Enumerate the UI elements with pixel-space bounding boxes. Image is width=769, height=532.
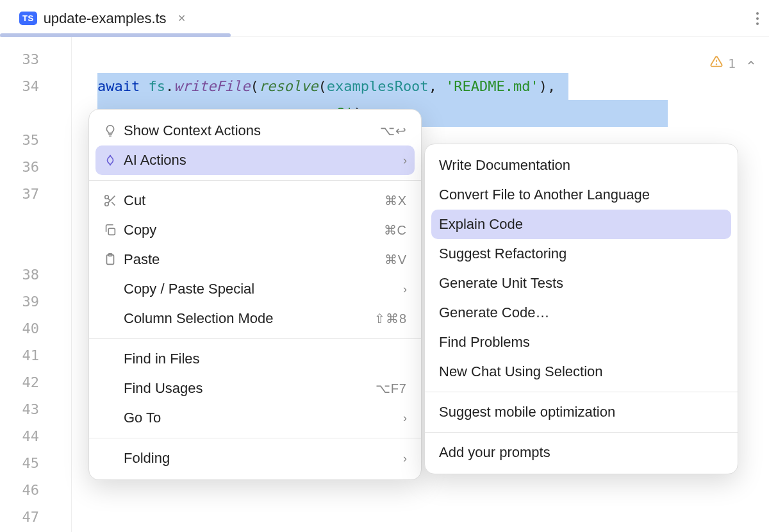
- menu-label: Show Context Actions: [124, 122, 380, 139]
- bulb-icon: [103, 124, 124, 138]
- menu-label: Generate Unit Tests: [439, 275, 724, 292]
- tab-bar: TS update-examples.ts ×: [0, 0, 769, 37]
- menu-separator: [89, 180, 421, 181]
- more-icon[interactable]: [751, 7, 764, 30]
- menu-label: Folding: [124, 450, 403, 467]
- line-number: 35: [0, 127, 71, 154]
- svg-point-1: [716, 64, 717, 65]
- line-number: 39: [0, 288, 71, 315]
- line-number: [0, 100, 71, 127]
- shortcut: ⌘C: [384, 222, 407, 238]
- line-number: 34: [0, 73, 71, 100]
- shortcut: ⌥F7: [376, 381, 407, 396]
- warning-icon: [710, 50, 723, 77]
- svg-point-3: [105, 203, 109, 206]
- menu-paste[interactable]: Paste ⌘V: [89, 245, 421, 274]
- line-number: 46: [0, 477, 71, 504]
- menu-column-selection[interactable]: Column Selection Mode ⇧⌘8: [89, 304, 421, 333]
- chevron-right-icon: ›: [403, 154, 407, 167]
- menu-label: Suggest Refactoring: [439, 245, 724, 262]
- gutter: 33 34 35 36 37 38 39 40 41 42 43 44 45 4…: [0, 37, 72, 532]
- submenu-write-documentation[interactable]: Write Documentation: [425, 151, 738, 180]
- menu-separator: [89, 438, 421, 438]
- ai-actions-submenu: Write Documentation Convert File to Anot…: [424, 144, 738, 474]
- menu-label: Copy / Paste Special: [124, 281, 403, 297]
- menu-find-in-files[interactable]: Find in Files: [89, 344, 421, 374]
- menu-label: Cut: [124, 192, 384, 209]
- warning-count: 1: [728, 50, 736, 77]
- chevron-right-icon: ›: [403, 411, 407, 425]
- shortcut: ⌘V: [384, 252, 407, 267]
- menu-label: Generate Code…: [439, 304, 724, 321]
- scissors-icon: [103, 194, 124, 208]
- submenu-new-chat[interactable]: New Chat Using Selection: [425, 357, 738, 387]
- submenu-suggest-refactoring[interactable]: Suggest Refactoring: [425, 239, 738, 269]
- submenu-generate-unit-tests[interactable]: Generate Unit Tests: [425, 269, 738, 298]
- copy-icon: [103, 223, 124, 237]
- menu-folding[interactable]: Folding ›: [89, 444, 421, 473]
- menu-show-context-actions[interactable]: Show Context Actions ⌥↩: [89, 116, 421, 145]
- menu-label: Convert File to Another Language: [439, 187, 724, 203]
- line-number: 45: [0, 450, 71, 477]
- submenu-convert-file[interactable]: Convert File to Another Language: [425, 180, 738, 210]
- line-number: 44: [0, 423, 71, 450]
- shortcut: ⇧⌘8: [374, 311, 407, 326]
- line-number: 37: [0, 181, 71, 262]
- ai-icon: [103, 153, 124, 167]
- close-icon[interactable]: ×: [178, 11, 186, 26]
- menu-go-to[interactable]: Go To ›: [89, 403, 421, 433]
- chevron-right-icon: ›: [403, 283, 407, 296]
- menu-separator: [89, 338, 421, 339]
- line-number: 38: [0, 262, 71, 288]
- menu-label: Add your prompts: [439, 444, 724, 461]
- menu-label: Find in Files: [124, 351, 407, 367]
- line-number: 36: [0, 154, 71, 181]
- code-line: await fs.writeFile(resolve(examplesRoot,…: [97, 73, 568, 100]
- menu-cut[interactable]: Cut ⌘X: [89, 186, 421, 215]
- menu-separator: [425, 432, 738, 433]
- file-type-badge: TS: [19, 12, 37, 25]
- tab-filename: update-examples.ts: [44, 10, 167, 27]
- menu-copy-paste-special[interactable]: Copy / Paste Special ›: [89, 274, 421, 304]
- submenu-mobile-optimization[interactable]: Suggest mobile optimization: [425, 397, 738, 427]
- line-number: 47: [0, 504, 71, 531]
- menu-label: New Chat Using Selection: [439, 363, 724, 380]
- chevron-up-icon[interactable]: [746, 50, 756, 77]
- svg-point-2: [105, 195, 109, 199]
- menu-label: Copy: [124, 222, 384, 238]
- menu-separator: [425, 392, 738, 392]
- line-number: 41: [0, 342, 71, 369]
- menu-label: Column Selection Mode: [124, 310, 374, 327]
- line-number: 40: [0, 315, 71, 342]
- file-tab[interactable]: TS update-examples.ts ×: [8, 0, 197, 37]
- menu-label: Suggest mobile optimization: [439, 404, 724, 420]
- clipboard-icon: [103, 253, 124, 267]
- menu-ai-actions[interactable]: AI Actions ›: [95, 145, 415, 175]
- submenu-add-prompts[interactable]: Add your prompts: [425, 438, 738, 467]
- submenu-find-problems[interactable]: Find Problems: [425, 328, 738, 357]
- menu-copy[interactable]: Copy ⌘C: [89, 215, 421, 245]
- submenu-generate-code[interactable]: Generate Code…: [425, 298, 738, 328]
- svg-rect-7: [108, 228, 115, 235]
- menu-label: Paste: [124, 251, 384, 268]
- line-number: 33: [0, 46, 71, 73]
- chevron-right-icon: ›: [403, 452, 407, 465]
- menu-label: Find Problems: [439, 334, 724, 351]
- line-number: 43: [0, 396, 71, 423]
- menu-label: AI Actions: [124, 152, 403, 169]
- svg-line-5: [112, 202, 115, 205]
- menu-label: Explain Code: [439, 216, 724, 233]
- menu-label: Go To: [124, 410, 403, 426]
- context-menu: Show Context Actions ⌥↩ AI Actions › Cut…: [88, 109, 422, 480]
- menu-label: Write Documentation: [439, 157, 724, 174]
- shortcut: ⌘X: [384, 193, 407, 208]
- menu-find-usages[interactable]: Find Usages ⌥F7: [89, 374, 421, 403]
- svg-line-6: [108, 198, 110, 201]
- line-number: 42: [0, 369, 71, 396]
- inspections-widget[interactable]: 1: [710, 50, 756, 77]
- shortcut: ⌥↩: [380, 123, 407, 138]
- submenu-explain-code[interactable]: Explain Code: [431, 210, 731, 239]
- menu-label: Find Usages: [124, 380, 376, 397]
